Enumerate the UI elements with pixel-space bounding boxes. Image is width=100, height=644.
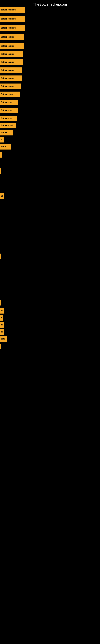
bar-label: Bottleneck re xyxy=(0,92,20,97)
bar-row: Bottle xyxy=(0,144,11,150)
bar-label: Bottleneck resu xyxy=(0,25,25,31)
bar-row: Bo xyxy=(0,308,4,314)
bar-label: Bottleneck r xyxy=(0,100,18,105)
bar-row: Bott xyxy=(0,336,7,342)
bar-row: Bo xyxy=(0,193,4,199)
bar-label: Bo xyxy=(0,193,4,199)
bar-row: | xyxy=(0,152,1,158)
bar-label: Bottleneck res xyxy=(0,34,24,40)
bar-row: Bottleneck res xyxy=(0,59,23,65)
bar-label: Bottle xyxy=(0,144,11,150)
bar-row: Bottleneck d xyxy=(0,123,16,128)
bar-label: | xyxy=(0,300,1,306)
bar-label: | xyxy=(0,152,1,158)
bar-row: Bottleneck resu xyxy=(0,7,25,13)
bar-row: Bottleneck res xyxy=(0,34,24,40)
bar-label: Bottlen xyxy=(0,130,13,136)
bar-row: Bottleneck r xyxy=(0,100,18,105)
bar-label: Bottleneck res xyxy=(0,51,23,57)
bar-row: | xyxy=(0,300,1,306)
chart-area: Bottleneck resuBottleneck resuBottleneck… xyxy=(0,0,100,644)
bar-label: Bott xyxy=(0,336,7,342)
bar-row: Bottleneck re xyxy=(0,92,20,97)
bar-label: B xyxy=(0,137,3,142)
bar-row: Bottleneck res xyxy=(0,68,22,73)
bar-label: Bottleneck res xyxy=(0,68,22,73)
bar-label: Bottleneck d xyxy=(0,123,16,128)
bar-row: Bottleneck resu xyxy=(0,16,25,22)
bar-row: Bottleneck res xyxy=(0,84,21,89)
bar-label: B xyxy=(0,315,3,320)
bar-row: Bottleneck r xyxy=(0,108,18,113)
bar-label: I xyxy=(0,344,1,349)
bar-row: Bottlen xyxy=(0,130,13,136)
bar-label: Bottleneck res xyxy=(0,43,24,49)
bar-label: Bottleneck r xyxy=(0,108,18,113)
bar-row: Bottleneck resu xyxy=(0,25,25,31)
bar-row: I xyxy=(0,344,1,349)
bar-label: Bo xyxy=(0,322,4,328)
bar-row: Bo xyxy=(0,322,4,328)
bar-label: Bottleneck res xyxy=(0,59,23,65)
bar-row: Bottleneck res xyxy=(0,51,23,57)
bar-label: I xyxy=(0,168,1,174)
bar-row: Bottleneck r xyxy=(0,116,17,121)
bar-row: B xyxy=(0,315,3,320)
bar-label: | xyxy=(0,254,1,259)
bar-label: Bo xyxy=(0,308,4,314)
bar-row: Bo xyxy=(0,329,4,335)
bar-row: Bottleneck res xyxy=(0,76,22,81)
bar-row: | xyxy=(0,254,1,259)
bar-row: Bottleneck res xyxy=(0,43,24,49)
bar-label: Bo xyxy=(0,329,4,335)
bar-label: Bottleneck res xyxy=(0,84,21,89)
bar-label: Bottleneck resu xyxy=(0,7,25,13)
bar-label: Bottleneck resu xyxy=(0,16,25,22)
bar-row: B xyxy=(0,137,3,142)
bar-label: Bottleneck res xyxy=(0,76,22,81)
bar-label: Bottleneck r xyxy=(0,116,17,121)
bar-row: I xyxy=(0,168,1,174)
